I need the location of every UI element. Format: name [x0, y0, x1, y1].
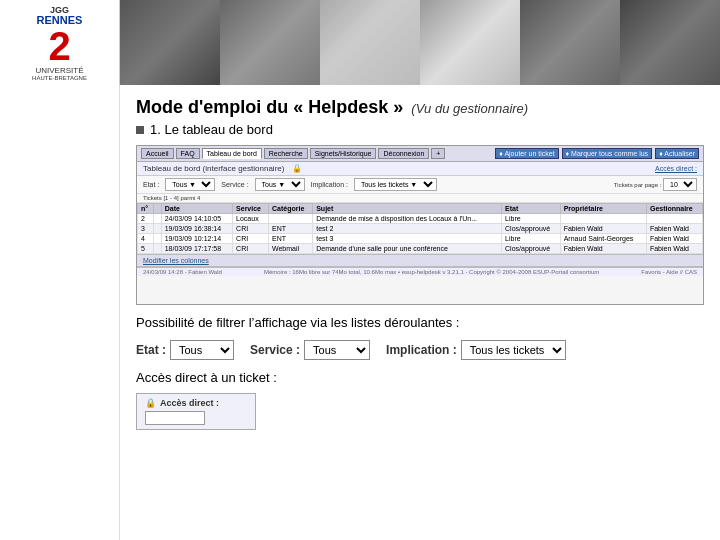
table-cell: 4	[138, 234, 154, 244]
table-cell: 3	[138, 224, 154, 234]
table-cell: CRI	[233, 244, 269, 254]
table-cell: Fabien Wald	[560, 224, 646, 234]
sim-th-proprio: Propriétaire	[560, 204, 646, 214]
filter-group-implication: Implication : Tous les tickets Mes ticke…	[386, 340, 566, 360]
sim-footer: 24/03/09 14:28 - Fabien Wald Mémoire : 1…	[137, 267, 703, 276]
sim-ajouter-btn[interactable]: ♦ Ajouter un ticket	[495, 148, 558, 159]
header-banner: JGG RENNES 2 UNIVERSITÉ HAUTE-BRETAGNE	[0, 0, 720, 85]
filter-dropdowns-row: Etat : Tous Ouvert Fermé Service : Tous …	[136, 340, 704, 360]
sim-th-num: n°	[138, 204, 154, 214]
filter-select-etat[interactable]: Tous Ouvert Fermé	[170, 340, 234, 360]
sim-nav-deconnexion[interactable]: Déconnexion	[378, 148, 429, 159]
sim-service-label: Service :	[221, 181, 248, 188]
sim-implication-select[interactable]: Tous les tickets ▼	[354, 178, 437, 191]
filter-select-implication[interactable]: Tous les tickets Mes tickets	[461, 340, 566, 360]
sim-footer-right: Favoris - Aide // CAS	[641, 269, 697, 275]
table-cell	[153, 224, 161, 234]
table-cell: test 3	[313, 234, 502, 244]
sim-th-service: Service	[233, 204, 269, 214]
acces-box-title: 🔒 Accès direct :	[145, 398, 247, 408]
sim-nav-accueil[interactable]: Accueil	[141, 148, 174, 159]
table-cell: Libre	[502, 234, 561, 244]
sim-nav-plus[interactable]: +	[431, 148, 445, 159]
table-cell: Libre	[502, 214, 561, 224]
table-cell	[153, 244, 161, 254]
table-cell: Arnaud Saint-Georges	[560, 234, 646, 244]
logo-number: 2	[48, 26, 70, 66]
sim-actualiser-btn[interactable]: ♦ Actualiser	[655, 148, 699, 159]
filter-label-etat: Etat :	[136, 343, 166, 357]
table-cell	[646, 214, 702, 224]
table-cell: Locaux	[233, 214, 269, 224]
table-row: 518/03/09 17:17:58CRIWebmailDemande d'un…	[138, 244, 703, 254]
sim-modify-btn[interactable]: Modifier les colonnes	[143, 257, 209, 264]
sim-implication-label: Implication :	[311, 181, 348, 188]
sim-th-etat: Etat	[502, 204, 561, 214]
sim-table-body: 224/03/09 14:10:05LocauxDemande de mise …	[138, 214, 703, 254]
table-cell	[153, 214, 161, 224]
header-image-2	[220, 0, 320, 85]
table-cell: 18/03/09 17:17:58	[161, 244, 232, 254]
acces-direct-box: 🔒 Accès direct :	[136, 393, 256, 430]
filter-group-service: Service : Tous CRI Locaux	[250, 340, 370, 360]
sim-nav-tableau[interactable]: Tableau de bord	[202, 148, 262, 159]
table-cell: Demande de mise à disposition des Locaux…	[313, 214, 502, 224]
sim-th-sujet: Sujet	[313, 204, 502, 214]
sim-th-check	[153, 204, 161, 214]
sim-perpage-select[interactable]: 10	[663, 178, 697, 191]
sim-tickets-count: Tickets [1 - 4] parmi 4	[143, 195, 200, 201]
table-cell: Webmail	[268, 244, 312, 254]
sim-nav-recherche[interactable]: Recherche	[264, 148, 308, 159]
sim-tickets-info: Tickets [1 - 4] parmi 4	[137, 194, 703, 203]
sim-etat-label: Etat :	[143, 181, 159, 188]
table-cell: 2	[138, 214, 154, 224]
table-cell: 5	[138, 244, 154, 254]
table-cell: 19/03/09 16:38:14	[161, 224, 232, 234]
table-cell: ENT	[268, 224, 312, 234]
acces-direct-input[interactable]	[145, 411, 205, 425]
filter-label-implication: Implication :	[386, 343, 457, 357]
sim-marquer-btn[interactable]: ♦ Marquer tous comme lus	[562, 148, 653, 159]
table-cell	[268, 214, 312, 224]
filter-select-service[interactable]: Tous CRI Locaux	[304, 340, 370, 360]
sim-title-bar: Tableau de bord (interface gestionnaire)…	[137, 162, 703, 176]
sim-title-text: Tableau de bord (interface gestionnaire)	[143, 164, 284, 173]
sim-perpage: Tickets par page : 10	[614, 178, 697, 191]
filter-description: Possibilité de filtrer l’affichage via l…	[136, 315, 704, 330]
table-row: 319/03/09 16:38:14CRIENTtest 2Clos/appro…	[138, 224, 703, 234]
sim-nav: Accueil FAQ Tableau de bord Recherche Si…	[137, 146, 703, 162]
header-image-4	[420, 0, 520, 85]
sim-th-categorie: Catégorie	[268, 204, 312, 214]
table-cell: Fabien Wald	[560, 244, 646, 254]
sim-lock-icon: 🔒	[292, 164, 302, 173]
table-cell	[153, 234, 161, 244]
logo-area: JGG RENNES 2 UNIVERSITÉ HAUTE-BRETAGNE	[0, 0, 120, 85]
table-cell: Fabien Wald	[646, 234, 702, 244]
sim-action-btns: ♦ Ajouter un ticket ♦ Marquer tous comme…	[495, 148, 699, 159]
table-cell: test 2	[313, 224, 502, 234]
sim-nav-faq[interactable]: FAQ	[176, 148, 200, 159]
sim-etat-select[interactable]: Tous ▼	[165, 178, 215, 191]
screenshot-box: Accueil FAQ Tableau de bord Recherche Si…	[136, 145, 704, 305]
section-label: 1. Le tableau de bord	[136, 122, 704, 137]
page-title-row: Mode d'emploi du « Helpdesk » (Vu du ges…	[136, 97, 704, 118]
acces-box-title-text: Accès direct :	[160, 398, 219, 408]
page-subtitle: (Vu du gestionnaire)	[411, 101, 528, 116]
section-title: 1. Le tableau de bord	[150, 122, 273, 137]
sim-table: n° Date Service Catégorie Sujet Etat Pro…	[137, 203, 703, 254]
table-cell: Clos/approuvé	[502, 244, 561, 254]
header-image-5	[520, 0, 620, 85]
sim-filter-row: Etat : Tous ▼ Service : Tous ▼ Implicati…	[137, 176, 703, 194]
table-cell: 24/03/09 14:10:05	[161, 214, 232, 224]
logo-top-text: JGG	[50, 5, 69, 15]
table-row: 224/03/09 14:10:05LocauxDemande de mise …	[138, 214, 703, 224]
table-cell: ENT	[268, 234, 312, 244]
acces-direct-label: Accès direct à un ticket :	[136, 370, 704, 385]
table-cell: Fabien Wald	[646, 224, 702, 234]
sim-service-select[interactable]: Tous ▼	[255, 178, 305, 191]
lock-icon: 🔒	[145, 398, 156, 408]
sim-nav-signets[interactable]: Signets/Historique	[310, 148, 377, 159]
table-cell: CRI	[233, 224, 269, 234]
table-cell: Clos/approuvé	[502, 224, 561, 234]
filter-group-etat: Etat : Tous Ouvert Fermé	[136, 340, 234, 360]
